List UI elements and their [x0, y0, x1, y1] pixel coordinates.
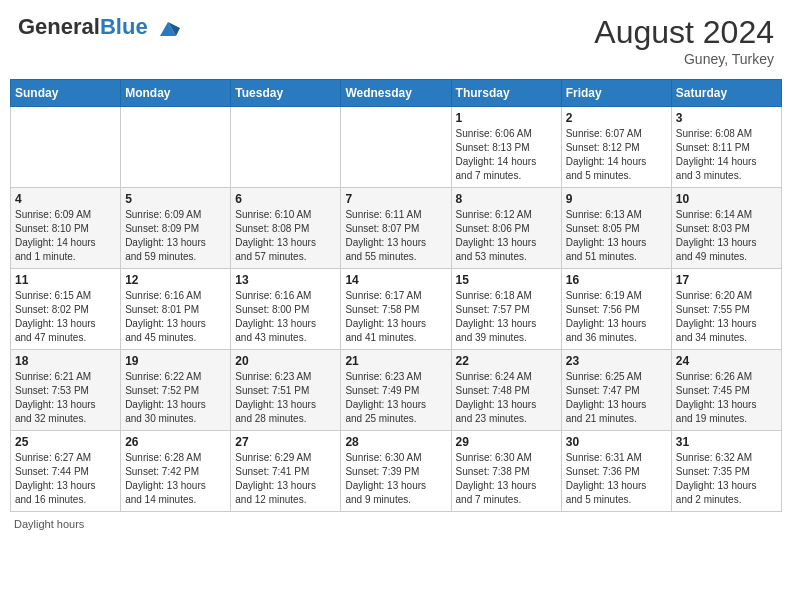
day-number: 21	[345, 354, 446, 368]
logo-icon	[156, 18, 180, 42]
table-row: 27Sunrise: 6:29 AM Sunset: 7:41 PM Dayli…	[231, 431, 341, 512]
day-number: 17	[676, 273, 777, 287]
calendar-week-4: 18Sunrise: 6:21 AM Sunset: 7:53 PM Dayli…	[11, 350, 782, 431]
calendar-week-2: 4Sunrise: 6:09 AM Sunset: 8:10 PM Daylig…	[11, 188, 782, 269]
col-wednesday: Wednesday	[341, 80, 451, 107]
day-info: Sunrise: 6:14 AM Sunset: 8:03 PM Dayligh…	[676, 208, 777, 264]
logo-general: General	[18, 14, 100, 39]
table-row: 4Sunrise: 6:09 AM Sunset: 8:10 PM Daylig…	[11, 188, 121, 269]
day-number: 5	[125, 192, 226, 206]
day-info: Sunrise: 6:15 AM Sunset: 8:02 PM Dayligh…	[15, 289, 116, 345]
table-row: 14Sunrise: 6:17 AM Sunset: 7:58 PM Dayli…	[341, 269, 451, 350]
day-info: Sunrise: 6:31 AM Sunset: 7:36 PM Dayligh…	[566, 451, 667, 507]
day-number: 4	[15, 192, 116, 206]
day-number: 3	[676, 111, 777, 125]
day-number: 31	[676, 435, 777, 449]
day-info: Sunrise: 6:25 AM Sunset: 7:47 PM Dayligh…	[566, 370, 667, 426]
table-row: 10Sunrise: 6:14 AM Sunset: 8:03 PM Dayli…	[671, 188, 781, 269]
col-friday: Friday	[561, 80, 671, 107]
day-number: 26	[125, 435, 226, 449]
day-number: 30	[566, 435, 667, 449]
table-row: 20Sunrise: 6:23 AM Sunset: 7:51 PM Dayli…	[231, 350, 341, 431]
table-row	[11, 107, 121, 188]
logo-blue: Blue	[100, 14, 148, 39]
day-info: Sunrise: 6:32 AM Sunset: 7:35 PM Dayligh…	[676, 451, 777, 507]
day-number: 22	[456, 354, 557, 368]
day-number: 25	[15, 435, 116, 449]
day-info: Sunrise: 6:19 AM Sunset: 7:56 PM Dayligh…	[566, 289, 667, 345]
day-number: 1	[456, 111, 557, 125]
day-info: Sunrise: 6:20 AM Sunset: 7:55 PM Dayligh…	[676, 289, 777, 345]
day-info: Sunrise: 6:13 AM Sunset: 8:05 PM Dayligh…	[566, 208, 667, 264]
day-number: 11	[15, 273, 116, 287]
day-number: 18	[15, 354, 116, 368]
day-number: 15	[456, 273, 557, 287]
title-block: August 2024 Guney, Turkey	[594, 14, 774, 67]
day-info: Sunrise: 6:21 AM Sunset: 7:53 PM Dayligh…	[15, 370, 116, 426]
col-thursday: Thursday	[451, 80, 561, 107]
calendar-table: Sunday Monday Tuesday Wednesday Thursday…	[10, 79, 782, 512]
day-number: 27	[235, 435, 336, 449]
table-row: 2Sunrise: 6:07 AM Sunset: 8:12 PM Daylig…	[561, 107, 671, 188]
day-info: Sunrise: 6:16 AM Sunset: 8:01 PM Dayligh…	[125, 289, 226, 345]
day-number: 16	[566, 273, 667, 287]
table-row: 3Sunrise: 6:08 AM Sunset: 8:11 PM Daylig…	[671, 107, 781, 188]
table-row: 6Sunrise: 6:10 AM Sunset: 8:08 PM Daylig…	[231, 188, 341, 269]
day-number: 2	[566, 111, 667, 125]
day-number: 28	[345, 435, 446, 449]
table-row: 1Sunrise: 6:06 AM Sunset: 8:13 PM Daylig…	[451, 107, 561, 188]
day-number: 14	[345, 273, 446, 287]
calendar-week-1: 1Sunrise: 6:06 AM Sunset: 8:13 PM Daylig…	[11, 107, 782, 188]
table-row: 22Sunrise: 6:24 AM Sunset: 7:48 PM Dayli…	[451, 350, 561, 431]
calendar-header-row: Sunday Monday Tuesday Wednesday Thursday…	[11, 80, 782, 107]
table-row: 24Sunrise: 6:26 AM Sunset: 7:45 PM Dayli…	[671, 350, 781, 431]
table-row: 12Sunrise: 6:16 AM Sunset: 8:01 PM Dayli…	[121, 269, 231, 350]
table-row: 13Sunrise: 6:16 AM Sunset: 8:00 PM Dayli…	[231, 269, 341, 350]
table-row: 8Sunrise: 6:12 AM Sunset: 8:06 PM Daylig…	[451, 188, 561, 269]
day-number: 13	[235, 273, 336, 287]
day-info: Sunrise: 6:28 AM Sunset: 7:42 PM Dayligh…	[125, 451, 226, 507]
day-number: 7	[345, 192, 446, 206]
table-row: 9Sunrise: 6:13 AM Sunset: 8:05 PM Daylig…	[561, 188, 671, 269]
day-info: Sunrise: 6:27 AM Sunset: 7:44 PM Dayligh…	[15, 451, 116, 507]
day-info: Sunrise: 6:12 AM Sunset: 8:06 PM Dayligh…	[456, 208, 557, 264]
day-info: Sunrise: 6:23 AM Sunset: 7:51 PM Dayligh…	[235, 370, 336, 426]
day-info: Sunrise: 6:26 AM Sunset: 7:45 PM Dayligh…	[676, 370, 777, 426]
day-number: 23	[566, 354, 667, 368]
day-info: Sunrise: 6:09 AM Sunset: 8:09 PM Dayligh…	[125, 208, 226, 264]
day-info: Sunrise: 6:10 AM Sunset: 8:08 PM Dayligh…	[235, 208, 336, 264]
day-number: 19	[125, 354, 226, 368]
col-tuesday: Tuesday	[231, 80, 341, 107]
table-row: 31Sunrise: 6:32 AM Sunset: 7:35 PM Dayli…	[671, 431, 781, 512]
table-row: 11Sunrise: 6:15 AM Sunset: 8:02 PM Dayli…	[11, 269, 121, 350]
table-row: 7Sunrise: 6:11 AM Sunset: 8:07 PM Daylig…	[341, 188, 451, 269]
table-row: 26Sunrise: 6:28 AM Sunset: 7:42 PM Dayli…	[121, 431, 231, 512]
day-info: Sunrise: 6:30 AM Sunset: 7:38 PM Dayligh…	[456, 451, 557, 507]
table-row	[341, 107, 451, 188]
day-info: Sunrise: 6:30 AM Sunset: 7:39 PM Dayligh…	[345, 451, 446, 507]
calendar-week-3: 11Sunrise: 6:15 AM Sunset: 8:02 PM Dayli…	[11, 269, 782, 350]
col-saturday: Saturday	[671, 80, 781, 107]
table-row: 25Sunrise: 6:27 AM Sunset: 7:44 PM Dayli…	[11, 431, 121, 512]
page-header: GeneralBlue August 2024 Guney, Turkey	[10, 10, 782, 71]
day-info: Sunrise: 6:17 AM Sunset: 7:58 PM Dayligh…	[345, 289, 446, 345]
table-row	[121, 107, 231, 188]
table-row: 15Sunrise: 6:18 AM Sunset: 7:57 PM Dayli…	[451, 269, 561, 350]
table-row: 30Sunrise: 6:31 AM Sunset: 7:36 PM Dayli…	[561, 431, 671, 512]
location: Guney, Turkey	[594, 51, 774, 67]
day-info: Sunrise: 6:09 AM Sunset: 8:10 PM Dayligh…	[15, 208, 116, 264]
logo-text: GeneralBlue	[18, 14, 180, 42]
calendar-week-5: 25Sunrise: 6:27 AM Sunset: 7:44 PM Dayli…	[11, 431, 782, 512]
day-number: 24	[676, 354, 777, 368]
day-info: Sunrise: 6:06 AM Sunset: 8:13 PM Dayligh…	[456, 127, 557, 183]
table-row: 17Sunrise: 6:20 AM Sunset: 7:55 PM Dayli…	[671, 269, 781, 350]
month-year: August 2024	[594, 14, 774, 51]
day-number: 9	[566, 192, 667, 206]
day-number: 8	[456, 192, 557, 206]
day-info: Sunrise: 6:08 AM Sunset: 8:11 PM Dayligh…	[676, 127, 777, 183]
table-row: 21Sunrise: 6:23 AM Sunset: 7:49 PM Dayli…	[341, 350, 451, 431]
day-info: Sunrise: 6:18 AM Sunset: 7:57 PM Dayligh…	[456, 289, 557, 345]
table-row: 23Sunrise: 6:25 AM Sunset: 7:47 PM Dayli…	[561, 350, 671, 431]
day-info: Sunrise: 6:16 AM Sunset: 8:00 PM Dayligh…	[235, 289, 336, 345]
table-row	[231, 107, 341, 188]
